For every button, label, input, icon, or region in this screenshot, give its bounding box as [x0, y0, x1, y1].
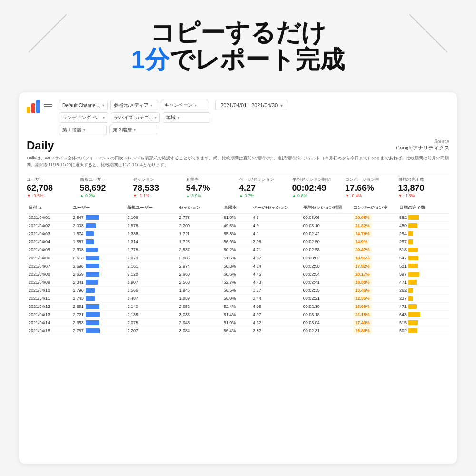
cell-avg-time: 00:02:21: [301, 295, 352, 303]
filter-level2[interactable]: 第２階層 ▾: [109, 125, 157, 135]
cell-conv: 21.18%: [351, 311, 397, 319]
cell-users: 1,574: [71, 230, 125, 238]
metric-value: 58,692: [80, 184, 131, 192]
cell-avg-time: 00:02:31: [301, 327, 352, 335]
table-row: 2021/04/02 2,003 1,578 2,200 49.6% 4.9 0…: [27, 222, 449, 230]
menu-icon[interactable]: [44, 104, 52, 109]
col-sessions[interactable]: セッション: [177, 203, 221, 213]
goals-bar: [408, 304, 417, 309]
cell-sessions: 2,563: [177, 278, 221, 287]
decorative-line-right: [409, 14, 447, 52]
filter-region[interactable]: 地域 ▾: [163, 112, 210, 123]
col-new-users[interactable]: 新規ユーザー: [125, 203, 177, 213]
col-users[interactable]: ユーザー: [71, 203, 125, 213]
cell-conv: 16.86%: [351, 327, 397, 335]
cell-sessions: 2,960: [177, 270, 221, 278]
decorative-line-left: [29, 14, 67, 52]
users-bar: [86, 312, 100, 317]
cell-date: 2021/04/15: [27, 327, 71, 335]
cell-date: 2021/04/14: [27, 319, 71, 327]
cell-sessions: 2,886: [177, 254, 221, 262]
metric-item-7: 目標の完了数 13,870 ▼ -1.5%: [398, 177, 450, 198]
metric-label: ユーザー: [27, 177, 78, 183]
cell-date: 2021/04/03: [27, 230, 71, 238]
cell-bounce: 56.4%: [222, 327, 251, 335]
source-value: Googleアナリティクス: [396, 144, 449, 151]
date-range-selector[interactable]: 2021/04/01 - 2021/04/30 ▾: [215, 100, 288, 110]
col-bounce[interactable]: 直帰率: [222, 203, 251, 213]
cell-new-users: 2,128: [125, 270, 177, 278]
table-row: 2021/04/07 2,696 2,161 2,974 50.3% 4.24 …: [27, 262, 449, 270]
cell-bounce: 58.8%: [222, 295, 251, 303]
goals-bar: [408, 231, 413, 236]
cell-date: 2021/04/04: [27, 238, 71, 246]
cell-new-users: 1,487: [125, 295, 177, 303]
cell-bounce: 49.6%: [222, 222, 251, 230]
filter-device[interactable]: デバイス カテゴ... ▾: [111, 112, 160, 123]
metric-value: 62,708: [27, 184, 78, 192]
cell-pps: 3.98: [251, 238, 301, 246]
col-conv[interactable]: コンバージョン率: [351, 203, 397, 213]
metric-change: ▲ 0.7%: [239, 193, 290, 198]
filter-level1[interactable]: 第１階層 ▾: [59, 125, 107, 135]
filter-row-1: Default Channel... ▾ 参照元/メディア ▾ キャンペーン ▾: [59, 100, 210, 110]
table-row: 2021/04/09 2,341 1,907 2,563 52.7% 4.43 …: [27, 278, 449, 287]
chevron-down-icon: ▾: [102, 103, 104, 108]
col-goals[interactable]: 目標の完了数: [397, 203, 449, 213]
cell-users: 2,613: [71, 254, 125, 262]
table-row: 2021/04/05 2,303 1,778 2,537 50.2% 4.71 …: [27, 246, 449, 254]
cell-bounce: 52.7%: [222, 278, 251, 287]
cell-conv: 14.76%: [351, 230, 397, 238]
cell-users: 1,796: [71, 287, 125, 295]
cell-goals: 518: [397, 246, 449, 254]
col-date[interactable]: 日付 ▲: [27, 203, 71, 213]
table-row: 2021/04/06 2,613 2,079 2,886 51.6% 4.37 …: [27, 254, 449, 262]
users-bar: [86, 256, 99, 260]
data-table: 日付 ▲ ユーザー 新規ユーザー セッション 直帰率 ページ/セッション 平均セ…: [27, 203, 449, 335]
filter-campaign[interactable]: キャンペーン ▾: [161, 100, 208, 110]
logo-area: [27, 100, 52, 113]
table-row: 2021/04/14 2,653 2,078 2,945 51.9% 4.32 …: [27, 319, 449, 327]
cell-users: 2,303: [71, 246, 125, 254]
col-avg-time[interactable]: 平均セッション時間: [301, 203, 352, 213]
metric-value: 54.7%: [186, 184, 238, 192]
cell-new-users: 1,338: [125, 230, 177, 238]
report-title: Daily: [27, 139, 54, 152]
users-bar: [86, 296, 95, 301]
goals-bar: [408, 296, 413, 301]
table-row: 2021/04/08 2,659 2,128 2,960 50.6% 4.45 …: [27, 270, 449, 278]
cell-conv: 15.96%: [351, 303, 397, 311]
metric-value: 17.66%: [345, 184, 397, 192]
col-pps[interactable]: ページ/セッション: [251, 203, 301, 213]
cell-goals: 254: [397, 230, 449, 238]
cell-new-users: 2,161: [125, 262, 177, 270]
goals-bar: [408, 264, 418, 268]
cell-users: 2,341: [71, 278, 125, 287]
table-body: 2021/04/01 2,547 2,106 2,778 51.9% 4.6 0…: [27, 213, 449, 335]
goals-bar: [408, 239, 413, 244]
metric-change: ▼ -1.5%: [398, 193, 450, 198]
cell-date: 2021/04/13: [27, 311, 71, 319]
metric-change: ▼ -1.1%: [133, 193, 184, 198]
table-row: 2021/04/01 2,547 2,106 2,778 51.9% 4.6 0…: [27, 213, 449, 222]
metric-change: ▲ 0.8%: [292, 193, 344, 198]
goals-bar: [408, 328, 418, 333]
filter-channel[interactable]: Default Channel... ▾: [59, 100, 108, 110]
cell-goals: 502: [397, 327, 449, 335]
cell-sessions: 3,036: [177, 311, 221, 319]
cell-sessions: 2,974: [177, 262, 221, 270]
cell-conv: 18.38%: [351, 278, 397, 287]
filter-landing[interactable]: ランディング ペ... ▾: [59, 112, 108, 123]
cell-bounce: 51.9%: [222, 319, 251, 327]
cell-users: 2,003: [71, 222, 125, 230]
goals-bar: [408, 256, 418, 260]
users-bar: [86, 264, 100, 268]
metric-change: ▲ 0.2%: [80, 193, 131, 198]
cell-new-users: 2,140: [125, 303, 177, 311]
metric-change: ▼ -0.5%: [27, 193, 78, 198]
cell-new-users: 2,207: [125, 327, 177, 335]
filter-source[interactable]: 参照元/メディア ▾: [110, 100, 158, 110]
cell-date: 2021/04/01: [27, 213, 71, 222]
cell-conv: 20.95%: [351, 213, 397, 222]
cell-goals: 521: [397, 262, 449, 270]
